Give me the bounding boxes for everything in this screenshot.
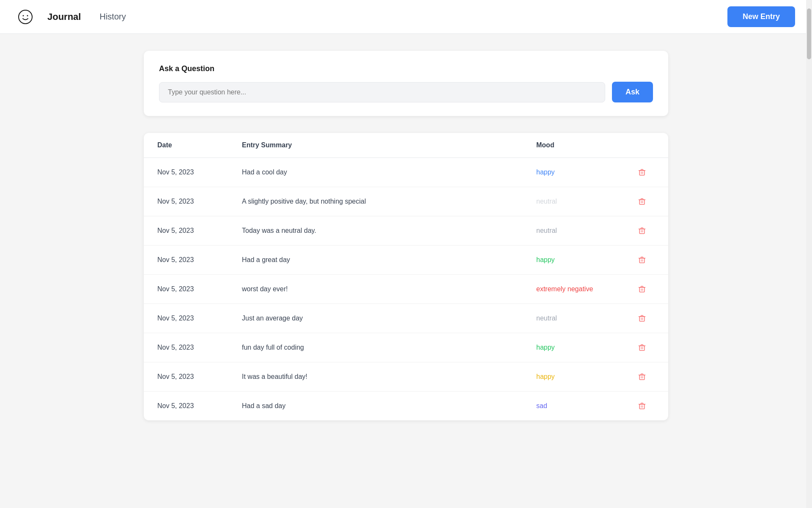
delete-button[interactable] [636,283,648,295]
svg-rect-8 [639,317,645,321]
svg-point-2 [27,15,28,16]
table-row: Nov 5, 2023 Had a cool day happy [144,158,668,187]
cell-date: Nov 5, 2023 [157,227,242,235]
delete-button[interactable] [636,342,648,353]
cell-delete [629,371,655,383]
svg-rect-11 [639,404,645,409]
col-header-summary: Entry Summary [242,141,536,149]
table-row: Nov 5, 2023 Today was a neutral day. neu… [144,216,668,246]
trash-icon [638,343,646,352]
delete-button[interactable] [636,312,648,324]
cell-delete [629,166,655,178]
ask-card: Ask a Question Ask [144,51,668,116]
table-header: Date Entry Summary Mood [144,133,668,158]
cell-mood: happy [536,344,629,351]
journal-table-card: Date Entry Summary Mood Nov 5, 2023 Had … [144,133,668,420]
trash-icon [638,256,646,264]
cell-summary: Today was a neutral day. [242,227,536,235]
ask-button[interactable]: Ask [612,82,653,102]
header: Journal History New Entry [0,0,812,34]
cell-summary: Had a cool day [242,168,536,176]
svg-rect-9 [639,346,645,351]
cell-summary: It was a beautiful day! [242,373,536,381]
cell-date: Nov 5, 2023 [157,198,242,205]
cell-mood: happy [536,168,629,176]
ask-card-title: Ask a Question [159,64,653,73]
cell-mood: neutral [536,198,629,205]
cell-date: Nov 5, 2023 [157,256,242,264]
scrollbar-thumb[interactable] [807,8,811,59]
cell-delete [629,196,655,207]
col-header-mood: Mood [536,141,629,149]
ask-input[interactable] [159,82,605,102]
cell-mood: sad [536,402,629,410]
cell-summary: Just an average day [242,315,536,322]
svg-rect-10 [639,375,645,380]
delete-button[interactable] [636,371,648,383]
svg-point-0 [19,10,32,24]
header-left: Journal History [17,8,131,26]
delete-button[interactable] [636,254,648,266]
table-row: Nov 5, 2023 Had a sad day sad [144,392,668,420]
cell-summary: Had a great day [242,256,536,264]
trash-icon [638,226,646,235]
svg-rect-4 [639,200,645,204]
cell-mood: happy [536,256,629,264]
cell-date: Nov 5, 2023 [157,285,242,293]
table-row: Nov 5, 2023 A slightly positive day, but… [144,187,668,216]
logo-icon [17,8,34,25]
table-row: Nov 5, 2023 worst day ever! extremely ne… [144,275,668,304]
trash-icon [638,285,646,293]
nav-journal[interactable]: Journal [42,8,86,26]
cell-mood: neutral [536,315,629,322]
table-row: Nov 5, 2023 Just an average day neutral [144,304,668,333]
delete-button[interactable] [636,225,648,237]
cell-delete [629,400,655,412]
cell-summary: A slightly positive day, but nothing spe… [242,198,536,205]
scrollbar[interactable] [806,0,812,508]
cell-delete [629,283,655,295]
table-row: Nov 5, 2023 fun day full of coding happy [144,333,668,362]
trash-icon [638,168,646,177]
cell-delete [629,254,655,266]
cell-delete [629,342,655,353]
cell-date: Nov 5, 2023 [157,373,242,381]
cell-mood: extremely negative [536,285,629,293]
cell-mood: neutral [536,227,629,235]
svg-rect-3 [639,171,645,175]
main-content: Ask a Question Ask Date Entry Summary Mo… [118,34,694,437]
cell-delete [629,312,655,324]
delete-button[interactable] [636,196,648,207]
delete-button[interactable] [636,400,648,412]
delete-button[interactable] [636,166,648,178]
cell-date: Nov 5, 2023 [157,344,242,351]
cell-summary: fun day full of coding [242,344,536,351]
cell-date: Nov 5, 2023 [157,315,242,322]
new-entry-button[interactable]: New Entry [727,6,795,27]
trash-icon [638,197,646,206]
trash-icon [638,373,646,381]
col-header-actions [629,141,655,149]
nav-history[interactable]: History [94,8,131,25]
table-row: Nov 5, 2023 Had a great day happy [144,246,668,275]
cell-date: Nov 5, 2023 [157,168,242,176]
table-row: Nov 5, 2023 It was a beautiful day! happ… [144,362,668,392]
svg-rect-7 [639,287,645,292]
cell-mood: happy [536,373,629,381]
cell-summary: worst day ever! [242,285,536,293]
table-body: Nov 5, 2023 Had a cool day happy Nov 5, … [144,158,668,420]
trash-icon [638,314,646,323]
svg-rect-5 [639,229,645,234]
svg-point-1 [23,15,24,16]
cell-summary: Had a sad day [242,402,536,410]
cell-delete [629,225,655,237]
svg-rect-6 [639,258,645,263]
trash-icon [638,402,646,410]
header-right: New Entry [727,6,795,27]
ask-row: Ask [159,82,653,102]
col-header-date: Date [157,141,242,149]
cell-date: Nov 5, 2023 [157,402,242,410]
